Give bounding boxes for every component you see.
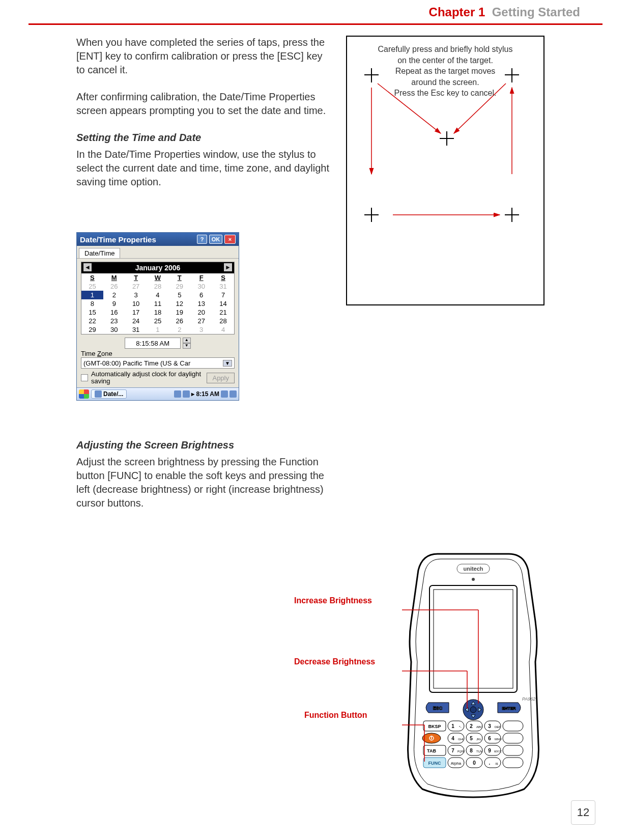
calendar-day[interactable]: 24 (125, 317, 147, 325)
taskbar-task[interactable]: Date/... (91, 389, 127, 399)
svg-text:GHI: GHI (458, 738, 464, 741)
timezone-label: Time Zone (81, 350, 235, 357)
weekday-header: T (168, 273, 190, 282)
calib-line5: Press the Esc key to cancel. (356, 88, 534, 99)
tray-clock[interactable]: 8:15 AM (196, 390, 219, 398)
svg-text:*-.: *-. (459, 725, 462, 729)
svg-point-16 (472, 578, 475, 581)
calendar-day[interactable]: 28 (147, 282, 169, 291)
svg-text:DEF: DEF (495, 725, 501, 729)
svg-text:6: 6 (488, 736, 491, 741)
time-spinner[interactable]: ▲▼ (183, 338, 191, 349)
calendar-day[interactable]: 30 (190, 282, 212, 291)
calendar-day[interactable]: 3 (125, 291, 147, 299)
svg-text:3: 3 (488, 723, 491, 729)
section1-heading: Setting the Time and Date (76, 131, 331, 145)
calendar-day[interactable]: 21 (212, 308, 234, 317)
svg-text:4: 4 (451, 736, 454, 741)
calendar-day[interactable]: 14 (212, 299, 234, 308)
calendar-day[interactable]: 27 (125, 282, 147, 291)
svg-text:BKSP: BKSP (428, 724, 441, 729)
calendar-day[interactable]: 1 (147, 325, 169, 334)
calendar-day[interactable]: 4 (212, 325, 234, 334)
svg-text:/&: /& (495, 762, 498, 765)
calendar-day[interactable]: 28 (212, 317, 234, 325)
calendar-day[interactable]: 15 (81, 308, 103, 317)
start-button[interactable] (79, 389, 89, 399)
page-number: 12 (571, 800, 595, 825)
calendar-day[interactable]: 17 (125, 308, 147, 317)
calendar-day[interactable]: 5 (168, 291, 190, 299)
calendar: ◄ January 2006 ► SMTWTFS 252627282930311… (81, 262, 235, 334)
calendar-day[interactable]: 26 (168, 317, 190, 325)
help-button[interactable]: ? (197, 235, 207, 244)
dst-checkbox[interactable] (81, 374, 88, 381)
calendar-day[interactable]: 1 (81, 291, 103, 299)
tray-icon-3[interactable] (221, 390, 228, 398)
prev-month-button[interactable]: ◄ (83, 263, 92, 271)
calendar-day[interactable]: 26 (103, 282, 125, 291)
calendar-day[interactable]: 4 (147, 291, 169, 299)
calendar-day[interactable]: 3 (190, 325, 212, 334)
chapter-title: Getting Started (492, 5, 580, 19)
time-input[interactable] (125, 338, 181, 349)
system-tray: ▸ 8:15 AM (174, 390, 237, 398)
calendar-day[interactable]: 19 (168, 308, 190, 317)
calendar-day[interactable]: 25 (147, 317, 169, 325)
svg-text:0: 0 (473, 760, 476, 766)
svg-text:Alpha: Alpha (451, 761, 462, 766)
time-field: ▲▼ (81, 338, 235, 349)
task-label: Date/... (103, 390, 123, 398)
tray-icon-4[interactable] (230, 390, 237, 398)
calendar-day[interactable]: 10 (125, 299, 147, 308)
calendar-day[interactable]: 6 (190, 291, 212, 299)
svg-text:ESC: ESC (433, 706, 443, 711)
calendar-day[interactable]: 18 (147, 308, 169, 317)
calendar-day[interactable]: 2 (103, 291, 125, 299)
calendar-day[interactable]: 22 (81, 317, 103, 325)
calib-line4: around the screen. (356, 77, 534, 88)
calendar-day[interactable]: 12 (168, 299, 190, 308)
close-button[interactable]: × (224, 235, 236, 244)
calendar-day[interactable]: 27 (190, 317, 212, 325)
calendar-day[interactable]: 29 (168, 282, 190, 291)
section2-heading: Adjusting the Screen Brightness (76, 438, 331, 452)
calendar-day[interactable]: 16 (103, 308, 125, 317)
calendar-grid[interactable]: SMTWTFS 25262728293031123456789101112131… (81, 273, 234, 334)
chapter-label: Chapter 1 (429, 5, 485, 19)
tray-icon-1[interactable] (174, 390, 181, 398)
header-rule (28, 23, 603, 25)
svg-text:1: 1 (451, 723, 454, 729)
weekday-header: S (81, 273, 103, 282)
calendar-day[interactable]: 29 (81, 325, 103, 334)
weekday-header: T (125, 273, 147, 282)
datetime-titlebar: Date/Time Properties ? OK × (77, 233, 239, 246)
calendar-day[interactable]: 2 (168, 325, 190, 334)
calendar-day[interactable]: 31 (125, 325, 147, 334)
calendar-day[interactable]: 9 (103, 299, 125, 308)
model-label: PA962 (522, 696, 535, 702)
calendar-day[interactable]: 11 (147, 299, 169, 308)
paragraph-1: When you have completed the series of ta… (76, 36, 331, 77)
tab-datetime[interactable]: Date/Time (79, 248, 120, 258)
calib-line3: Repeat as the target moves (356, 66, 534, 77)
datetime-window: Date/Time Properties ? OK × Date/Time ◄ … (76, 232, 239, 401)
svg-point-22 (470, 707, 476, 713)
ok-button[interactable]: OK (209, 235, 222, 244)
calendar-day[interactable]: 23 (103, 317, 125, 325)
paragraph-2: After confirming calibration, the Date/T… (76, 90, 331, 118)
calendar-day[interactable]: 20 (190, 308, 212, 317)
calendar-day[interactable]: 13 (190, 299, 212, 308)
timezone-select[interactable]: (GMT-08:00) Pacific Time (US & Car ▼ (81, 357, 235, 369)
calendar-day[interactable]: 7 (212, 291, 234, 299)
next-month-button[interactable]: ► (224, 263, 232, 271)
tray-icon-2[interactable] (183, 390, 190, 398)
svg-rect-38 (503, 721, 523, 731)
calendar-day[interactable]: 8 (81, 299, 103, 308)
calendar-day[interactable]: 30 (103, 325, 125, 334)
calendar-day[interactable]: 31 (212, 282, 234, 291)
apply-button[interactable]: Apply (207, 373, 235, 383)
svg-rect-73 (503, 758, 523, 768)
globe-icon (95, 390, 102, 398)
calendar-day[interactable]: 25 (81, 282, 103, 291)
